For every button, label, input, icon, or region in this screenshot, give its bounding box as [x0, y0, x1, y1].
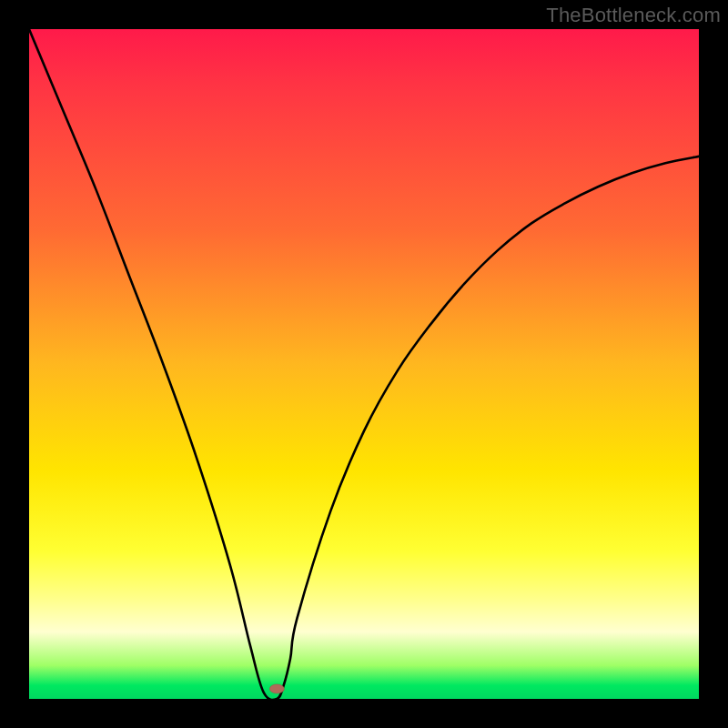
minimum-marker [269, 684, 284, 693]
curve-svg [29, 29, 699, 699]
bottleneck-curve-path [29, 29, 699, 699]
plot-area [29, 29, 699, 699]
watermark-text: TheBottleneck.com [546, 4, 721, 27]
chart-frame: TheBottleneck.com [0, 0, 728, 728]
